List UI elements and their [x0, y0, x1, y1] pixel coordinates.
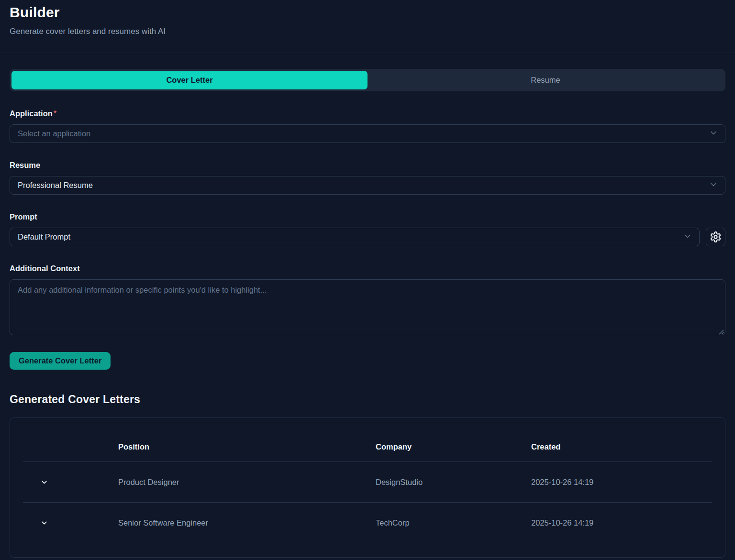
additional-context-field: Additional Context	[10, 264, 725, 335]
resume-select[interactable]: Professional Resume	[10, 176, 725, 195]
builder-mode-tabs: Cover Letter Resume	[10, 69, 725, 91]
prompt-select[interactable]: Default Prompt	[10, 228, 700, 246]
company-column-header: Company	[376, 442, 531, 451]
application-select-placeholder: Select an application	[18, 129, 90, 138]
additional-context-input[interactable]	[10, 279, 725, 335]
page-subtitle: Generate cover letters and resumes with …	[10, 27, 725, 36]
created-column-header: Created	[531, 442, 725, 451]
application-field: Application* Select an application	[10, 109, 725, 143]
chevron-down-icon	[40, 478, 48, 486]
chevron-down-icon	[40, 519, 48, 527]
table-header-row: Position Company Created	[10, 418, 725, 461]
generate-cover-letter-button[interactable]: Generate Cover Letter	[10, 352, 111, 370]
table-row: Senior Software Engineer TechCorp 2025-1…	[10, 503, 725, 543]
page-header: Builder Generate cover letters and resum…	[0, 0, 735, 53]
main-content: Cover Letter Resume Application* Select …	[0, 69, 735, 558]
generated-cover-letters-card: Position Company Created Product Designe…	[10, 417, 725, 558]
table-row: Product Designer DesignStudio 2025-10-26…	[10, 462, 725, 502]
resume-label: Resume	[10, 161, 725, 170]
application-label: Application*	[10, 109, 725, 118]
prompt-field: Prompt Default Prompt	[10, 212, 725, 246]
page-title: Builder	[10, 4, 725, 21]
prompt-settings-button[interactable]	[706, 228, 725, 246]
prompt-select-value: Default Prompt	[18, 232, 70, 242]
company-cell: DesignStudio	[376, 478, 531, 487]
position-cell: Product Designer	[118, 478, 376, 487]
additional-context-label: Additional Context	[10, 264, 725, 273]
created-cell: 2025-10-26 14:19	[531, 518, 725, 527]
generated-section-heading: Generated Cover Letters	[10, 393, 725, 406]
application-select[interactable]: Select an application	[10, 124, 725, 143]
required-asterisk: *	[54, 109, 56, 118]
created-cell: 2025-10-26 14:19	[531, 478, 725, 487]
expand-row-button[interactable]	[40, 478, 48, 486]
chevron-down-icon	[709, 180, 718, 191]
tab-resume[interactable]: Resume	[368, 71, 724, 89]
resume-select-value: Professional Resume	[18, 181, 93, 190]
resume-field: Resume Professional Resume	[10, 161, 725, 195]
tab-cover-letter[interactable]: Cover Letter	[11, 71, 368, 89]
prompt-label: Prompt	[10, 212, 725, 221]
chevron-down-icon	[683, 231, 692, 243]
company-cell: TechCorp	[376, 518, 531, 527]
position-cell: Senior Software Engineer	[118, 518, 376, 527]
expand-row-button[interactable]	[40, 519, 48, 527]
position-column-header: Position	[118, 442, 376, 451]
gear-icon	[710, 231, 722, 243]
chevron-down-icon	[709, 128, 718, 140]
